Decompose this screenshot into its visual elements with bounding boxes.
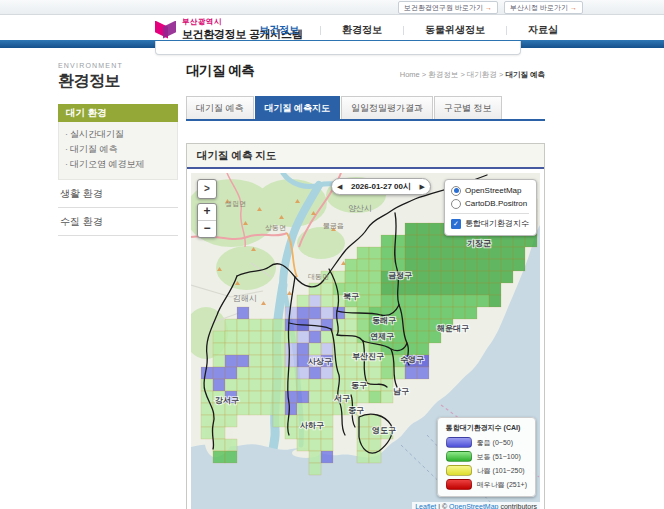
sidebar-section-water[interactable]: 수질 환경 [58, 208, 178, 236]
map-district-label: 남구 [393, 387, 409, 396]
leaflet-map[interactable]: 생림면상동면물금읍양산시대동면김해시기장군금정구북구동래구해운대구연제구부산진구… [191, 173, 540, 509]
leaflet-link[interactable]: Leaflet [415, 503, 436, 509]
aqi-grid-cell [513, 259, 525, 271]
aqi-grid-cell [321, 451, 333, 463]
aqi-grid-cell [357, 451, 369, 463]
aqi-grid-cell [489, 271, 501, 283]
aqi-grid-cell [357, 391, 369, 403]
prev-hour-button[interactable]: ◀ [337, 179, 342, 194]
map-place-label: 생림면 [225, 200, 246, 207]
aqi-grid-cell [225, 367, 237, 379]
layer-option-osm[interactable]: OpenStreetMap [451, 184, 529, 197]
aqi-grid-cell [213, 343, 225, 355]
link-cityhall-shortcut[interactable]: 부산시청 바로가기→ [504, 1, 583, 14]
aqi-grid-cell [417, 271, 429, 283]
sidebar-section-living[interactable]: 생활 환경 [58, 180, 178, 208]
map-place-label: 물금읍 [323, 222, 344, 229]
aqi-grid-cell [321, 391, 333, 403]
main-content: 대기질 예측 Home > 환경정보 > 대기환경 > 대기질 예측 대기질 예… [186, 62, 545, 509]
link-institute-shortcut[interactable]: 보건환경연구원 바로가기→ [398, 1, 498, 14]
aqi-grid-cell [345, 319, 357, 331]
legend-swatch-green [446, 451, 472, 462]
aqi-grid-cell [297, 307, 309, 319]
aqi-grid-cell [225, 439, 237, 451]
map-zoom-control: + − [197, 203, 217, 238]
aqi-grid-cell [357, 259, 369, 271]
aqi-grid-cell [249, 355, 261, 367]
sidebar-item-air-alert[interactable]: 대기오염 예경보제 [65, 157, 171, 172]
aqi-grid-cell [393, 331, 405, 343]
aqi-grid-cell [285, 403, 297, 415]
aqi-grid-cell [429, 307, 441, 319]
arrow-icon: → [570, 4, 577, 11]
sidebar: ENVIRONMENT 환경정보 대기 환경 실시간대기질 대기질 예측 대기오… [58, 62, 178, 236]
map-district-label: 연제구 [370, 332, 394, 341]
aqi-grid-cell [297, 331, 309, 343]
sidebar-category-air[interactable]: 대기 환경 [58, 104, 178, 122]
page-title: 대기질 예측 [186, 62, 254, 80]
aqi-grid-cell [441, 283, 453, 295]
aqi-grid-cell [417, 223, 429, 235]
sidebar-item-realtime-air[interactable]: 실시간대기질 [65, 127, 171, 142]
aqi-grid-cell [417, 283, 429, 295]
aqi-grid-cell [321, 379, 333, 391]
map-district-label: 동래구 [372, 316, 396, 325]
aqi-grid-cell [333, 307, 345, 319]
nav-archive[interactable]: 자료실 [507, 23, 579, 37]
aqi-grid-cell [405, 283, 417, 295]
sidebar-title: 환경정보 [58, 71, 178, 92]
aqi-grid-cell [381, 259, 393, 271]
aqi-grid-cell [309, 451, 321, 463]
aqi-grid-cell [405, 319, 417, 331]
tab-air-forecast-map[interactable]: 대기질 예측지도 [255, 96, 341, 119]
aqi-grid-cell [369, 439, 381, 451]
map-place-label: 김해시 [233, 294, 257, 303]
checkbox-icon: ✓ [451, 219, 461, 229]
aqi-grid-cell [393, 283, 405, 295]
aqi-grid-cell [225, 319, 237, 331]
sidebar-item-air-forecast[interactable]: 대기질 예측 [65, 142, 171, 157]
aqi-grid-cell [273, 379, 285, 391]
zoom-out-button[interactable]: − [198, 221, 216, 237]
aqi-grid-cell [465, 283, 477, 295]
aqi-grid-cell [345, 367, 357, 379]
tab-daily-evaluation[interactable]: 일일정밀평가결과 [341, 96, 433, 119]
forecast-time-control: ◀ 2026-01-27 00시 ▶ [331, 178, 431, 195]
aqi-grid-cell [213, 331, 225, 343]
map-district-label: 사상구 [308, 357, 332, 366]
nav-animal-hygiene-info[interactable]: 동물위생정보 [404, 23, 506, 37]
map-expand-button[interactable]: > [197, 179, 217, 199]
legend-item-good: 좋음 (0~50) [446, 437, 527, 448]
nav-health-info[interactable]: 보건정보 [238, 23, 320, 37]
aqi-grid-cell [261, 343, 273, 355]
aqi-grid-cell [309, 379, 321, 391]
aqi-grid-cell [309, 403, 321, 415]
aqi-grid-cell [273, 415, 285, 427]
aqi-grid-cell [345, 259, 357, 271]
aqi-grid-cell [249, 331, 261, 343]
aqi-grid-cell [297, 439, 309, 451]
radio-icon [451, 199, 461, 209]
aqi-grid-cell [465, 295, 477, 307]
osm-link[interactable]: OpenStreetMap [449, 503, 498, 509]
aqi-grid-cell [417, 259, 429, 271]
aqi-grid-cell [213, 427, 225, 439]
aqi-grid-cell [357, 439, 369, 451]
aqi-grid-cell [369, 391, 381, 403]
aqi-grid-cell [261, 355, 273, 367]
aqi-grid-cell [309, 307, 321, 319]
aqi-grid-cell [417, 247, 429, 259]
map-place-label: 양산시 [348, 204, 372, 213]
layer-option-cai-overlay[interactable]: ✓ 통합대기환경지수 [451, 217, 529, 230]
layer-option-cartodb[interactable]: CartoDB.Positron [451, 197, 529, 210]
tab-air-forecast[interactable]: 대기질 예측 [186, 96, 254, 119]
tab-district-info[interactable]: 구군별 정보 [434, 96, 502, 119]
aqi-grid-cell [213, 355, 225, 367]
next-hour-button[interactable]: ▶ [420, 179, 425, 194]
aqi-grid-cell [237, 367, 249, 379]
aqi-grid-cell [453, 283, 465, 295]
zoom-in-button[interactable]: + [198, 204, 216, 221]
aqi-grid-cell [261, 367, 273, 379]
aqi-grid-cell [513, 235, 525, 247]
nav-environment-info[interactable]: 환경정보 [321, 23, 403, 37]
